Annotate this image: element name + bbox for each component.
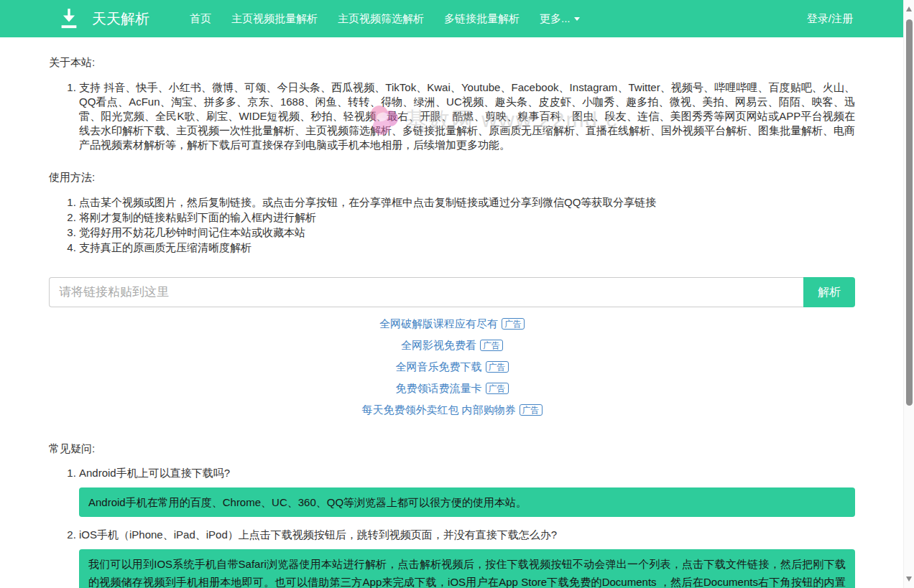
nav-menu: 首页 主页视频批量解析 主页视频筛选解析 多链接批量解析 更多...: [170, 12, 580, 26]
ad-row: 全网音乐免费下载广告: [49, 360, 855, 373]
nav-item-filter-parse[interactable]: 主页视频筛选解析: [338, 12, 424, 26]
link-input[interactable]: [49, 277, 803, 307]
about-item: 支持 抖音、快手、小红书、微博、可颂、今日头条、西瓜视频、TikTok、Kwai…: [79, 80, 855, 152]
ad-badge: 广告: [520, 404, 543, 416]
usage-item: 将刚才复制的链接粘贴到下面的输入框内进行解析: [79, 210, 855, 225]
nav-item-multilink-parse[interactable]: 多链接批量解析: [444, 12, 520, 26]
site-title[interactable]: 天天解析: [92, 9, 149, 29]
faq-item: iOS手机（iPhone、iPad、iPod）上点击下载视频按钮后，跳转到视频页…: [79, 528, 855, 588]
faq-item: Android手机上可以直接下载吗? Android手机在常用的百度、Chrom…: [79, 466, 855, 517]
usage-item: 觉得好用不妨花几秒钟时间记住本站或收藏本站: [79, 225, 855, 240]
ad-badge: 广告: [486, 383, 509, 394]
faq-heading: 常见疑问:: [49, 442, 855, 456]
nav-item-more-dropdown[interactable]: 更多...: [540, 12, 580, 26]
scrollbar-up-arrow[interactable]: [906, 6, 912, 11]
navbar: 天天解析 首页 主页视频批量解析 主页视频筛选解析 多链接批量解析 更多... …: [0, 0, 903, 37]
main-content: 关于本站: 支持 抖音、快手、小红书、微博、可颂、今日头条、西瓜视频、TikTo…: [49, 56, 855, 588]
download-icon: [59, 8, 79, 29]
ad-link-movies[interactable]: 全网影视免费看: [401, 339, 476, 351]
usage-list: 点击某个视频或图片，然后复制链接。或点击分享按钮，在分享弹框中点击复制链接或通过…: [49, 195, 855, 255]
faq-answer: Android手机在常用的百度、Chrome、UC、360、QQ等浏览器上都可以…: [79, 487, 855, 517]
faq-question: iOS手机（iPhone、iPad、iPod）上点击下载视频按钮后，跳转到视频页…: [79, 528, 557, 541]
ad-link-courses[interactable]: 全网破解版课程应有尽有: [379, 317, 498, 330]
about-heading: 关于本站:: [49, 56, 855, 70]
ad-row: 全网破解版课程应有尽有广告: [49, 317, 855, 330]
faq-answer: 我们可以用到IOS系统手机自带Safari浏览器使用本站进行解析，点击解析视频后…: [79, 549, 855, 588]
login-register-link[interactable]: 登录/注册: [807, 12, 853, 26]
faq-list: Android手机上可以直接下载吗? Android手机在常用的百度、Chrom…: [49, 466, 855, 588]
ad-badge: 广告: [480, 340, 503, 351]
usage-heading: 使用方法:: [49, 171, 855, 185]
ad-row: 全网影视免费看广告: [49, 339, 855, 351]
nav-item-home[interactable]: 首页: [190, 12, 211, 26]
ad-link-coupons[interactable]: 每天免费领外卖红包 内部购物券: [361, 403, 515, 416]
chevron-down-icon: [574, 17, 580, 21]
ad-badge: 广告: [486, 361, 509, 373]
about-list: 支持 抖音、快手、小红书、微博、可颂、今日头条、西瓜视频、TikTok、Kwai…: [49, 80, 855, 152]
ad-row: 每天免费领外卖红包 内部购物券广告: [49, 403, 855, 416]
ad-links: 全网破解版课程应有尽有广告 全网影视免费看广告 全网音乐免费下载广告 免费领话费…: [49, 317, 855, 416]
ad-badge: 广告: [502, 318, 525, 330]
usage-item: 支持真正的原画质无压缩清晰度解析: [79, 241, 855, 255]
scrollbar-thumb[interactable]: [906, 19, 913, 406]
ad-link-sim-card[interactable]: 免费领话费流量卡: [396, 382, 482, 394]
scrollbar-down-arrow[interactable]: [906, 577, 912, 582]
parse-button[interactable]: 解析: [803, 277, 855, 307]
faq-question: Android手机上可以直接下载吗?: [79, 467, 230, 479]
vertical-scrollbar[interactable]: [903, 0, 914, 588]
usage-item: 点击某个视频或图片，然后复制链接。或点击分享按钮，在分享弹框中点击复制链接或通过…: [79, 195, 855, 210]
parse-input-group: 解析: [49, 277, 855, 307]
ad-link-music[interactable]: 全网音乐免费下载: [396, 360, 482, 373]
nav-item-more-label: 更多...: [540, 12, 571, 24]
ad-row: 免费领话费流量卡广告: [49, 382, 855, 394]
nav-item-batch-parse[interactable]: 主页视频批量解析: [231, 12, 318, 26]
